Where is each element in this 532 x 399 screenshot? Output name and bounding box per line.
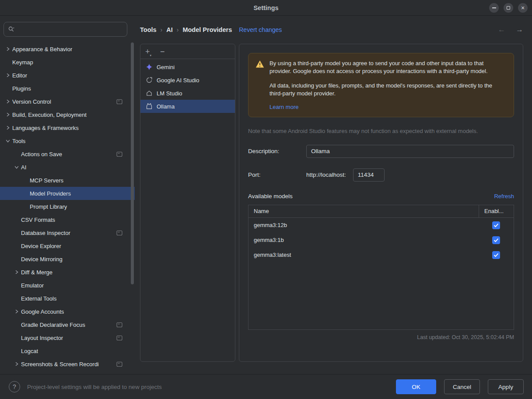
chevron-right-icon[interactable]	[12, 269, 21, 276]
chevron-spacer	[4, 85, 12, 92]
sidebar-item-label: AI	[21, 164, 26, 171]
sidebar-item-editor[interactable]: Editor	[0, 69, 135, 82]
model-row-gemma3-12b: gemma3:12b	[248, 218, 514, 233]
available-models-label: Available models	[248, 193, 293, 200]
column-header-name[interactable]: Name	[248, 208, 479, 214]
maximize-button[interactable]	[504, 3, 513, 13]
sidebar-item-mcp-servers[interactable]: MCP Servers	[0, 174, 135, 187]
model-enabled-checkbox[interactable]	[492, 251, 500, 259]
breadcrumb-ai[interactable]: AI	[166, 26, 173, 33]
provider-item-ollama[interactable]: Ollama	[140, 100, 235, 113]
settings-tree: Appearance & BehaviorKeymapEditorPlugins…	[0, 42, 135, 374]
sidebar-item-label: MCP Servers	[30, 177, 63, 184]
model-enabled-checkbox[interactable]	[492, 221, 500, 229]
search-input[interactable]	[18, 26, 123, 33]
chevron-right-icon[interactable]	[4, 98, 12, 105]
sidebar-item-logcat[interactable]: Logcat	[0, 344, 135, 357]
sidebar-item-external-tools[interactable]: External Tools	[0, 292, 135, 305]
provider-toolbar: +▾ −	[140, 44, 235, 59]
help-icon[interactable]: ?	[9, 381, 20, 392]
remove-provider-button[interactable]: −	[160, 48, 165, 56]
port-input[interactable]	[353, 168, 385, 182]
provider-item-label: LM Studio	[157, 90, 182, 97]
chevron-right-icon[interactable]	[4, 46, 12, 52]
forward-arrow-icon[interactable]: →	[516, 25, 523, 34]
breadcrumb-model-providers[interactable]: Model Providers	[182, 26, 232, 33]
breadcrumb-separator-icon: ›	[161, 26, 163, 33]
provider-item-gemini[interactable]: Gemini	[140, 60, 235, 74]
sidebar-item-device-mirroring[interactable]: Device Mirroring	[0, 252, 135, 266]
sidebar-item-screenshots-screen-recordi[interactable]: Screenshots & Screen Recordi	[0, 357, 135, 371]
sidebar-item-csv-formats[interactable]: CSV Formats	[0, 213, 135, 226]
sidebar-item-plugins[interactable]: Plugins	[0, 82, 135, 95]
lm-studio-icon	[146, 90, 153, 97]
chevron-right-icon[interactable]	[4, 72, 12, 79]
model-enabled-checkbox[interactable]	[492, 236, 500, 244]
provider-list-panel: +▾ − GeminiGoogle AI StudioLM StudioOlla…	[140, 44, 235, 362]
sidebar-item-gradle-declarative-focus[interactable]: Gradle Declarative Focus	[0, 318, 135, 331]
sidebar-item-diff-merge[interactable]: Diff & Merge	[0, 266, 135, 279]
model-name: gemma3:12b	[248, 222, 479, 228]
chevron-right-icon[interactable]	[4, 111, 12, 118]
footer-note: Project-level settings will be applied t…	[27, 384, 162, 390]
ok-button[interactable]: OK	[396, 379, 436, 394]
provider-item-lm-studio[interactable]: LM Studio	[140, 87, 235, 100]
chevron-right-icon[interactable]	[12, 360, 21, 368]
column-header-enabled[interactable]: Enabl...	[479, 205, 514, 217]
sidebar-item-appearance-behavior[interactable]: Appearance & Behavior	[0, 42, 135, 56]
sidebar-item-device-explorer[interactable]: Device Explorer	[0, 239, 135, 252]
project-level-settings-icon	[116, 151, 122, 157]
chevron-spacer	[12, 334, 21, 341]
chevron-spacer	[12, 150, 21, 158]
refresh-link[interactable]: Refresh	[494, 193, 514, 200]
minimize-button[interactable]	[489, 3, 499, 13]
chevron-spacer	[12, 256, 21, 262]
add-provider-button[interactable]: +▾	[145, 48, 151, 56]
sidebar-item-layout-inspector[interactable]: Layout Inspector	[0, 331, 135, 344]
chevron-spacer	[12, 229, 21, 236]
chevron-right-icon[interactable]	[12, 308, 21, 315]
sidebar-item-database-inspector[interactable]: Database Inspector	[0, 226, 135, 239]
sidebar-item-emulator[interactable]: Emulator	[0, 279, 135, 292]
breadcrumb-tools[interactable]: Tools	[140, 26, 157, 33]
revert-changes-link[interactable]: Revert changes	[239, 26, 282, 33]
chevron-spacer	[21, 177, 30, 184]
sidebar-item-label: Gradle Declarative Focus	[21, 322, 85, 328]
ollama-icon	[146, 103, 153, 110]
model-row-gemma3-latest: gemma3:latest	[248, 248, 514, 262]
sidebar-item-label: Diff & Merge	[21, 269, 52, 276]
sidebar-item-prompt-library[interactable]: Prompt Library	[0, 200, 135, 213]
sidebar-item-ai[interactable]: AI	[0, 161, 135, 174]
chevron-down-icon[interactable]	[4, 137, 12, 144]
apply-button[interactable]: Apply	[488, 379, 524, 394]
warning-paragraph-1: By using a third-party model you agree t…	[270, 60, 507, 76]
close-button[interactable]: ×	[518, 3, 528, 13]
chevron-right-icon[interactable]	[4, 124, 12, 131]
description-row: Description:	[248, 145, 514, 158]
port-row: Port: http://localhost:	[248, 168, 514, 182]
description-input[interactable]	[306, 145, 514, 158]
settings-sidebar: Appearance & BehaviorKeymapEditorPlugins…	[0, 16, 135, 374]
maximize-icon	[507, 6, 510, 10]
chevron-down-icon[interactable]	[12, 164, 21, 171]
sidebar-item-keymap[interactable]: Keymap	[0, 56, 135, 69]
settings-window: Settings × Appearance & BehaviorKeymapEd…	[0, 0, 532, 399]
sidebar-item-build-execution-deployment[interactable]: Build, Execution, Deployment	[0, 108, 135, 121]
sidebar-item-google-accounts[interactable]: Google Accounts	[0, 305, 135, 318]
sidebar-item-version-control[interactable]: Version Control	[0, 95, 135, 108]
cancel-button[interactable]: Cancel	[444, 379, 480, 394]
chevron-spacer	[21, 190, 30, 197]
model-enabled-cell	[479, 251, 514, 259]
provider-item-google-ai-studio[interactable]: Google AI Studio	[140, 74, 235, 87]
model-row-gemma3-1b: gemma3:1b	[248, 233, 514, 248]
sidebar-item-label: Emulator	[21, 282, 44, 289]
sidebar-item-model-providers[interactable]: Model Providers	[0, 187, 135, 200]
sidebar-item-languages-frameworks[interactable]: Languages & Frameworks	[0, 121, 135, 134]
back-arrow-icon[interactable]: ←	[498, 25, 505, 34]
chevron-spacer	[12, 282, 21, 289]
sidebar-item-actions-on-save[interactable]: Actions on Save	[0, 147, 135, 161]
learn-more-link[interactable]: Learn more	[270, 104, 298, 110]
sidebar-scrollbar[interactable]	[131, 42, 134, 284]
sidebar-item-tools[interactable]: Tools	[0, 134, 135, 147]
chevron-spacer	[4, 59, 12, 66]
